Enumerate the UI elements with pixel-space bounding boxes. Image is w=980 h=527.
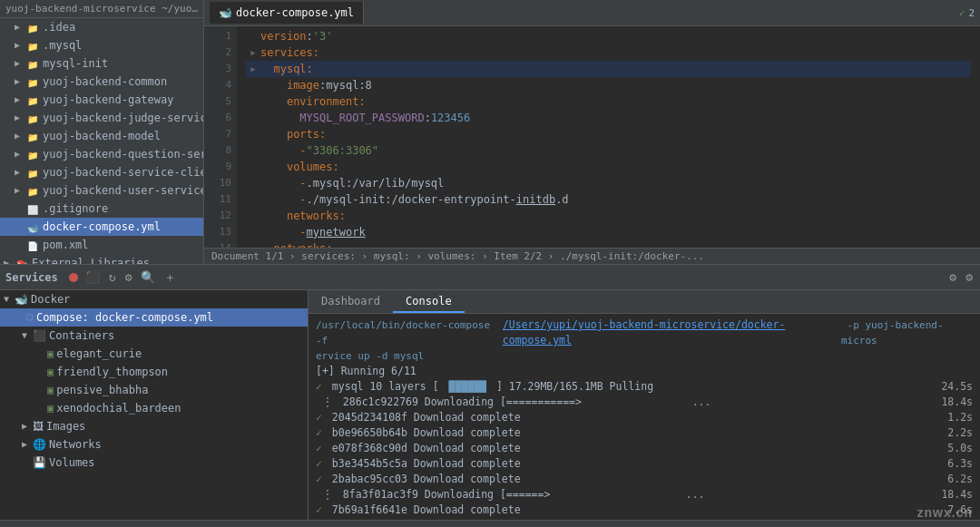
console-line-mysql: ✓ mysql 10 layers [ ██████ ] 17.29MB/165… [316, 379, 973, 395]
colon-icon: ⋮ [316, 395, 333, 410]
code-text: .mysql:/var/lib/mysql [307, 175, 445, 191]
sidebar-item-mysql[interactable]: 📁 .mysql [0, 36, 203, 54]
console-cmd-rest: -p yuoj-backend-micros [841, 317, 973, 348]
sidebar-item-label: yuoj-backend-user-service [43, 182, 203, 199]
sidebar-item-label: yuoj-backend-model [43, 128, 161, 144]
sidebar-item-label: docker-compose.yml [43, 219, 161, 235]
console-time: 24.5s [936, 379, 973, 395]
rerun-icon[interactable]: ↻ [107, 268, 118, 286]
sidebar-item-model[interactable]: 📁 yuoj-backend-model [0, 127, 203, 145]
check-icon: ✓ [316, 379, 322, 395]
console-text: 8fa3f01ac3f9 Downloading [======> [337, 487, 550, 503]
panel-title: Services [5, 271, 58, 284]
code-line: - .mysql:/var/lib/mysql [246, 175, 971, 191]
console-text: 286c1c922769 Downloading [===========> [337, 395, 582, 410]
services-xenodochial-bardeen[interactable]: ▣ xenodochial_bardeen [0, 399, 308, 417]
code-text [260, 110, 299, 126]
console-line-3: ✓ b0e96650b64b Download complete 2.2s [316, 425, 973, 441]
console-text: 2045d234108f Download complete [326, 410, 521, 425]
console-line-2: ✓ 2045d234108f Download complete 1.2s [316, 410, 973, 425]
code-area[interactable]: version: '3' ▶ services: ▶ mysql: image:… [237, 26, 980, 248]
folder-icon: 📁 [25, 93, 40, 106]
sidebar-item-gateway[interactable]: 📁 yuoj-backend-gateway [0, 91, 203, 109]
sidebar-item-user[interactable]: 📁 yuoj-backend-user-service [0, 181, 203, 200]
editor-top-icons: ✓ 2 [959, 7, 975, 19]
code-text: : [425, 110, 431, 126]
tab-console[interactable]: Console [393, 290, 465, 313]
sidebar-item-label: pom.xml [43, 237, 89, 253]
console-text: 7b69a1f6641e Download complete [326, 503, 521, 518]
code-text: mynetwork [307, 224, 366, 240]
tab-label: docker-compose.yml [236, 6, 354, 19]
bottom-scrollbar [0, 520, 980, 527]
code-text [260, 159, 287, 175]
services-containers[interactable]: ⬛ Containers [0, 327, 308, 345]
console-content[interactable]: /usr/local/bin/docker-compose -f /Users/… [309, 314, 980, 520]
console-time: 2.2s [936, 425, 973, 441]
services-compose[interactable]: ⬡ Compose: docker-compose.yml [0, 308, 308, 327]
sidebar-item-service-client[interactable]: 📁 yuoj-backend-service-client [0, 163, 203, 181]
bottom-panel-header: Services ⬛ ↻ ⚙ 🔍 ＋ ⚙ ⚙ [0, 265, 980, 290]
line-numbers: 12345 678910 1112131415 [204, 26, 237, 248]
services-pensive-bhabha[interactable]: ▣ pensive_bhabha [0, 381, 308, 399]
sidebar-item-label: .idea [43, 19, 75, 35]
sidebar-item-idea[interactable]: 📁 .idea [0, 18, 203, 36]
code-text: mysql:8 [326, 77, 372, 93]
docker-icon: 🐋 [219, 6, 232, 19]
folder-icon: 📁 [25, 184, 40, 197]
services-networks[interactable]: 🌐 Networks [0, 435, 308, 454]
services-volumes[interactable]: 💾 Volumes [0, 454, 308, 472]
services-images[interactable]: 🖼 Images [0, 417, 308, 435]
file-icon: 🐋 [25, 220, 40, 233]
folder-icon: 📁 [25, 57, 40, 70]
panel-icons: ⬛ ↻ ⚙ 🔍 ＋ [69, 268, 179, 288]
count-badge: 2 [968, 7, 975, 19]
sidebar-item-label: .mysql [43, 37, 82, 54]
networks-icon: 🌐 [33, 436, 46, 453]
search-icon[interactable]: 🔍 [139, 268, 157, 286]
check-icon: ✓ [316, 425, 322, 441]
dots: ... [554, 487, 704, 503]
console-text: b3e3454b5c5a Download complete [326, 456, 521, 472]
settings-icon[interactable]: ⚙ [964, 268, 975, 286]
label: Networks [49, 436, 102, 453]
sidebar-tree: 📁 .idea 📁 .mysql 📁 mysql-init 📁 yuoj-bac… [0, 18, 203, 264]
arrow-icon [15, 182, 25, 199]
arrow-icon [22, 436, 33, 453]
stop-icon[interactable] [69, 273, 78, 282]
code-text [260, 208, 287, 224]
sidebar-item-common[interactable]: 📁 yuoj-backend-common [0, 73, 203, 91]
tab-dashboard[interactable]: Dashboard [309, 290, 393, 313]
gear-icon[interactable]: ⚙ [947, 268, 958, 286]
editor-top-bar: 🐋 docker-compose.yml ✓ 2 [204, 0, 980, 26]
filter-icon[interactable]: ⚙ [123, 268, 134, 286]
container-icon: ▣ [47, 400, 54, 416]
code-text: services: [260, 44, 319, 61]
sidebar-item-question[interactable]: 📁 yuoj-backend-question-service [0, 145, 203, 163]
editor-tabs: 🐋 docker-compose.yml [210, 2, 959, 24]
add-icon[interactable]: ＋ [162, 268, 178, 288]
sidebar-item-pom[interactable]: 📄 pom.xml [0, 236, 203, 254]
console-area: Dashboard Console /usr/local/bin/docker-… [309, 290, 980, 520]
check-icon: ✓ [316, 503, 322, 518]
sidebar-item-docker-compose[interactable]: 🐋 docker-compose.yml [0, 218, 203, 236]
code-line: - mynetwork [246, 224, 971, 240]
sidebar-item-mysql-init[interactable]: 📁 mysql-init [0, 54, 203, 73]
services-friendly-thompson[interactable]: ▣ friendly_thompson [0, 363, 308, 381]
code-text: image [287, 77, 319, 93]
layout-icon[interactable]: ⬛ [83, 268, 102, 286]
sidebar-item-label: .gitignore [43, 200, 108, 217]
folder-icon: 📁 [25, 130, 40, 142]
services-docker[interactable]: 🐋 Docker [0, 290, 308, 308]
sidebar-item-judge[interactable]: 📁 yuoj-backend-judge-service [0, 109, 203, 127]
tab-docker-compose[interactable]: 🐋 docker-compose.yml [210, 2, 364, 24]
sidebar-item-ext-libraries[interactable]: 📚 External Libraries [0, 254, 203, 264]
code-text [260, 77, 287, 93]
file-icon: ⬜ [25, 202, 40, 215]
check-icon: ✓ [316, 410, 322, 425]
arrow-icon [4, 291, 15, 307]
sidebar-item-gitignore[interactable]: ⬜ .gitignore [0, 200, 203, 218]
code-text: networks: [273, 240, 332, 248]
arrow-icon [15, 37, 25, 54]
services-elegant-curie[interactable]: ▣ elegant_curie [0, 345, 308, 363]
